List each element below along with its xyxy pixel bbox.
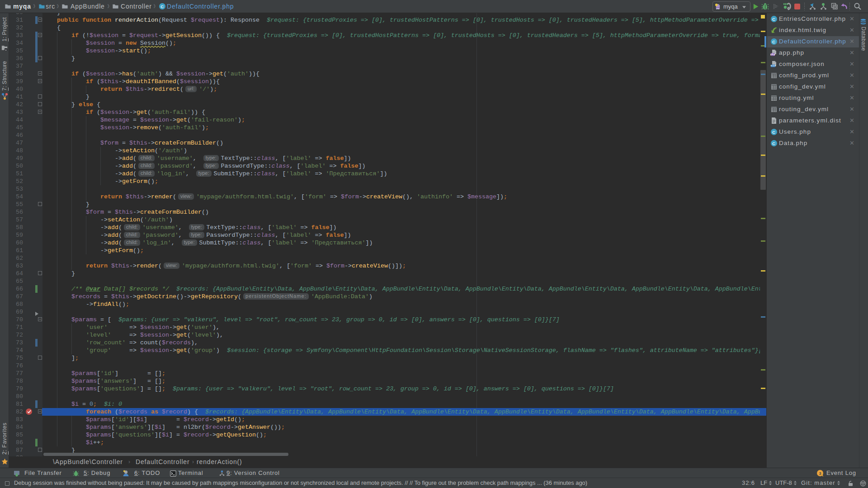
svg-text:C: C	[772, 141, 776, 146]
svg-text:php: php	[717, 8, 720, 9]
svg-text:C: C	[772, 17, 776, 22]
svg-text:php: php	[770, 53, 775, 56]
svg-text:C: C	[160, 4, 164, 9]
svg-text:3: 3	[819, 471, 821, 476]
svg-text:C: C	[772, 39, 776, 44]
svg-text:JSON: JSON	[770, 65, 777, 67]
svg-text:C: C	[772, 130, 776, 135]
